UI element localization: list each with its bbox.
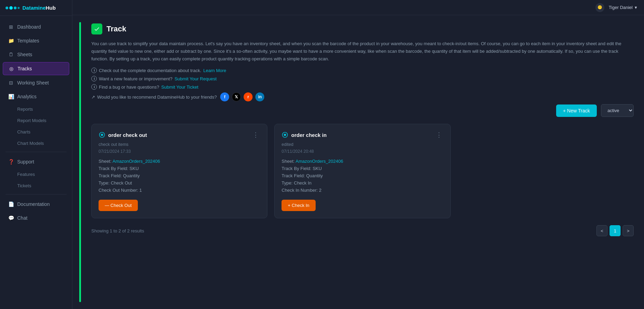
bar-chart-icon: 📊 [8,94,14,99]
sidebar-sub-label: Reports [17,107,33,112]
x-icon[interactable]: 𝕏 [232,92,241,101]
card-meta-2: edited [282,142,443,147]
learn-more-link[interactable]: Learn More [203,68,226,73]
sidebar-item-analytics[interactable]: 📊 Analytics [3,90,69,103]
sidebar-item-support[interactable]: ❓ Support [3,156,69,168]
sidebar-item-documentation[interactable]: 📄 Documentation [3,198,69,210]
next-page-button[interactable]: > [623,225,634,236]
card-menu-button-2[interactable]: ⋮ [435,131,443,139]
sidebar-sub-label: Tickets [17,183,31,188]
card-menu-button-1[interactable]: ⋮ [251,131,260,139]
number-label-1: Check Out Number [99,188,137,193]
pagination-row: Showing 1 to 2 of 2 results < 1 > [91,225,634,236]
pagination-info: Showing 1 to 2 of 2 results [91,228,144,233]
sidebar-item-chart-models[interactable]: Chart Models [3,138,69,149]
sidebar: DatamineHub ⊞ Dashboard 📁 Templates 🗒 Sh… [0,0,72,309]
card-title-row-2: order check in [282,131,327,138]
feature-link[interactable]: Submit Your Request [174,76,216,81]
sheet-link-2[interactable]: AmazonOrders_202406 [296,159,343,164]
track-card-checkin: order check in ⋮ edited 07/11/2024 20:48… [274,124,450,218]
user-menu[interactable]: Tiger Daniel ▾ [609,5,637,10]
card-header-1: order check out ⋮ [99,131,260,139]
bug-link-row: ℹ Find a bug or have questions? Submit Y… [91,84,634,90]
logo-text: DatamineHub [22,5,56,11]
info-icon-3: ℹ [91,84,97,90]
sidebar-item-reports[interactable]: Reports [3,104,69,114]
prev-page-button[interactable]: < [596,225,607,236]
track-toolbar: + New Track active inactive all [91,104,634,117]
logo-dot-1 [6,7,8,9]
sidebar-item-tickets[interactable]: Tickets [3,180,69,191]
sidebar-item-label: Chat [17,215,28,221]
sidebar-sub-label: Features [17,172,35,177]
logo: DatamineHub [0,0,72,16]
book-icon: 📄 [8,201,14,207]
check-icon [94,26,100,32]
check-in-button[interactable]: + Check In [282,200,316,211]
info-icon-2: ℹ [91,76,97,81]
page-title: Track [106,24,126,33]
type-label: Type: [99,180,110,186]
number-value-1: 1 [140,188,142,193]
folder-icon: 📁 [8,38,14,43]
main-content: Track You can use track to simplify your… [81,15,644,309]
reddit-icon[interactable]: r [244,92,253,101]
sidebar-item-label: Templates [17,38,39,43]
avatar: 😶 [595,3,604,12]
share-icon: ↗ [91,94,95,100]
divider [6,194,67,195]
table-icon: ⊟ [8,80,14,86]
sidebar-sub-label: Charts [17,129,30,134]
sidebar-item-chat[interactable]: 💬 Chat [3,212,69,224]
target-icon: ◎ [9,66,14,71]
svg-point-3 [284,134,286,136]
track-icon-box [91,23,102,34]
social-icons: f 𝕏 r in [220,92,264,101]
sidebar-item-report-models[interactable]: Report Models [3,115,69,126]
track-header: Track [91,23,634,34]
sidebar-item-dashboard[interactable]: ⊞ Dashboard [3,21,69,33]
logo-dot-2 [9,6,13,10]
bug-link[interactable]: Submit Your Ticket [161,84,198,90]
linkedin-icon[interactable]: in [255,92,264,101]
type-label-2: Type: [282,180,293,186]
track-field-label-2: Track Field: [282,173,305,178]
main: 😶 Tiger Daniel ▾ Track You can use track… [72,0,644,309]
check-out-button[interactable]: — Check Out [99,200,138,211]
help-circle-icon: ❓ [8,159,14,165]
page-1-button[interactable]: 1 [610,225,621,236]
track-circle-icon-2 [282,131,288,138]
logo-icon [6,6,20,10]
sidebar-item-sheets[interactable]: 🗒 Sheets [3,48,69,61]
sidebar-item-tracks[interactable]: ◎ Tracks [3,62,69,75]
card-type-1: Type: Check Out [99,180,260,186]
type-value-1: Check Out [111,180,132,186]
card-meta-1: check out items [99,142,260,147]
user-name: Tiger Daniel [609,5,633,10]
sidebar-item-label: Dashboard [17,24,41,30]
share-row: ↗ Would you like to recommend DatamineHu… [91,92,634,101]
card-number-2: Check In Number: 2 [282,188,443,193]
track-by-label: Track By Field: [99,166,128,171]
bug-text: Find a bug or have questions? [99,84,159,90]
track-card-checkout: order check out ⋮ check out items 07/21/… [91,124,267,218]
status-select[interactable]: active inactive all [601,104,634,117]
content-area: Track You can use track to simplify your… [72,15,644,309]
sidebar-item-working-sheet[interactable]: ⊟ Working Sheet [3,77,69,89]
doc-text: Check out the complete documentation abo… [99,68,201,73]
track-field-label: Track Field: [99,173,122,178]
logo-brand: Datamine [22,5,46,11]
track-by-value-1: SKU [130,166,139,171]
sidebar-item-charts[interactable]: Charts [3,127,69,137]
sheet-link-1[interactable]: AmazonOrders_202406 [113,159,160,164]
card-sheet-1: Sheet: AmazonOrders_202406 [99,159,260,164]
file-icon: 🗒 [8,52,14,57]
sidebar-item-features[interactable]: Features [3,169,69,180]
grid-icon: ⊞ [8,24,14,30]
sidebar-item-label: Tracks [18,66,32,71]
sidebar-item-templates[interactable]: 📁 Templates [3,34,69,47]
doc-link-row: ℹ Check out the complete documentation a… [91,68,634,73]
track-by-value-2: SKU [313,166,322,171]
new-track-button[interactable]: + New Track [556,104,597,117]
facebook-icon[interactable]: f [220,92,229,101]
